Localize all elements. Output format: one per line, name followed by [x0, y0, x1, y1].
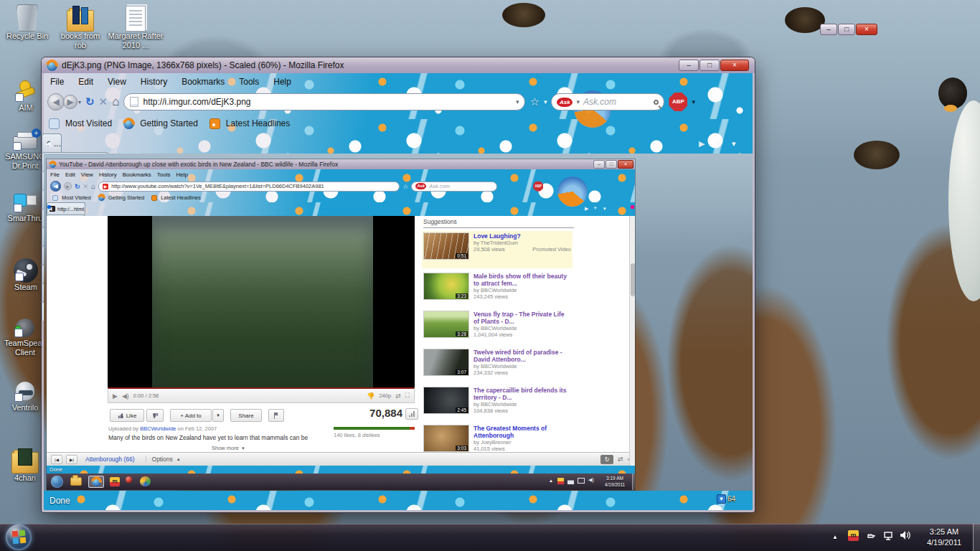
inner-scrollbar — [629, 216, 635, 466]
dejk3-image[interactable]: YouTube - David Attenborough up close wi… — [47, 159, 635, 490]
tray-volume-icon[interactable] — [900, 530, 911, 540]
add-to-button: + Add to — [170, 409, 212, 422]
url-text: http://i.imgur.com/dEjK3.png — [143, 97, 511, 107]
icon-label: Steam — [6, 283, 46, 292]
most-visited-icon — [49, 118, 60, 129]
tray-hidden-icons-arrow[interactable]: ▲ — [832, 534, 838, 540]
desktop-icon-ventrilo[interactable]: Ventrilo — [4, 382, 46, 413]
duration-badge: 3:07 — [456, 369, 468, 375]
window-titlebar[interactable]: dEjK3.png (PNG Image, 980x551 pixels) -… — [42, 57, 755, 73]
bookmark-star-icon[interactable]: ☆ — [529, 95, 539, 108]
bookmark-getting-started[interactable]: Getting Started — [140, 118, 198, 128]
windows-flag-blue — [13, 538, 19, 545]
suggestion-author: by JoeyBrenner — [473, 439, 571, 446]
video-player — [108, 216, 415, 387]
menu-view[interactable]: View — [105, 75, 129, 88]
recycle-bin-icon — [17, 4, 38, 32]
start-button[interactable] — [6, 524, 32, 550]
new-tab-icon[interactable]: + — [715, 137, 721, 149]
menu-bookmarks[interactable]: Bookmarks — [179, 75, 227, 88]
search-engine-caret-icon[interactable]: ▾ — [576, 98, 580, 105]
search-icon[interactable] — [654, 100, 659, 105]
quality-label: 240p — [379, 392, 391, 399]
inner-bookmark-star-icon: ☆ — [402, 183, 408, 190]
bookmark-caret-icon[interactable]: ▾ — [544, 98, 547, 105]
suggestion-link: Love Laughing? — [473, 232, 571, 240]
icon-label: SmarThru — [4, 214, 46, 223]
suggestion-author: by BBCWorldwide — [473, 401, 571, 408]
inner-tray-mirc-icon — [557, 478, 564, 484]
desktop-icon-margaret-rafter[interactable]: Margaret Rafter 2010 ... — [108, 3, 164, 50]
menu-file[interactable]: File — [47, 75, 67, 88]
tray-power-icon[interactable] — [867, 531, 877, 540]
maximize-button[interactable]: □ — [838, 24, 855, 35]
suggestion-link: Twelve wired bird of paradise - David At… — [473, 349, 571, 363]
desktop-icon-steam[interactable]: Steam — [6, 258, 46, 292]
stop-icon[interactable]: ✕ — [99, 95, 108, 108]
tray-mirc-icon[interactable]: m — [848, 530, 859, 541]
url-bar[interactable]: http://i.imgur.com/dEjK3.png ▾ — [123, 93, 525, 110]
inner-taskbar-mirc-icon: m — [110, 477, 120, 486]
ventrilo-icon — [13, 382, 37, 403]
player-time: 0:00 / 2:58 — [133, 392, 159, 399]
desktop-icon-samsung-drprint[interactable]: + SAMSUNG Dr.Print — [3, 131, 47, 171]
volume-icon: ◀) — [122, 392, 129, 400]
ask-logo-icon: Ask — [557, 98, 573, 107]
menu-help[interactable]: Help — [270, 75, 294, 88]
video-thumbnail: 3:07 — [423, 349, 469, 376]
tab-list-icon[interactable]: ▾ — [732, 139, 736, 149]
options-caret-icon: ▲ — [176, 457, 181, 461]
inner-tab: http:/...html — [47, 202, 85, 215]
inner-most-visited-icon — [52, 195, 58, 201]
suggestion-link: The Greatest Moments of Attenborough — [473, 425, 571, 439]
inner-tab-strip: ◀ http:/...html QWOP ▶YouTu...× *Yelp - … — [47, 202, 635, 216]
desktop-icon-aim[interactable]: AIM — [6, 80, 46, 113]
wallpaper-chick-head — [502, 3, 545, 27]
desktop-icon-smarthru[interactable]: SmarThru — [4, 192, 46, 223]
adblock-caret-icon[interactable]: ▾ — [692, 98, 695, 105]
minimize-button[interactable]: – — [820, 24, 837, 35]
menu-tools[interactable]: Tools — [236, 75, 262, 88]
adblock-plus-icon[interactable]: ABP — [669, 93, 687, 111]
adblock-count: 64 — [727, 495, 735, 503]
close-button[interactable]: × — [720, 60, 749, 71]
bookmarks-toolbar: Most Visited Getting Started Latest Head… — [49, 115, 290, 132]
home-icon[interactable]: ⌂ — [112, 95, 119, 109]
suggestion-views: 29,508 views — [473, 246, 505, 253]
nav-history-caret-icon[interactable]: ▾ — [78, 99, 81, 105]
show-desktop-button[interactable] — [973, 524, 980, 551]
inner-firefox-icon — [50, 161, 56, 168]
book-icon — [72, 6, 80, 24]
taskbar: m ▲ m 3:25 AM 4/19/2011 — [0, 524, 980, 551]
duration-badge: 3:23 — [456, 293, 468, 298]
icon-label: books from rob — [55, 32, 106, 50]
search-bar[interactable]: Ask ▾ Ask.com — [551, 93, 664, 110]
menu-edit[interactable]: Edit — [75, 75, 96, 88]
tray-network-icon[interactable] — [884, 531, 895, 540]
windows-flag-green — [19, 530, 26, 537]
wallpaper-chick-head — [785, 7, 825, 33]
desktop-icon-4chan[interactable]: 4chan — [4, 446, 46, 483]
desktop-icon-books-from-rob[interactable]: books from rob — [55, 3, 106, 50]
desktop-icon-recycle-bin[interactable]: Recycle Bin — [4, 4, 50, 41]
tray-clock[interactable]: 3:25 AM 4/19/2011 — [918, 527, 970, 548]
view-count: 70,884 — [332, 407, 402, 419]
bookmark-most-visited[interactable]: Most Visited — [65, 118, 112, 128]
close-button[interactable]: × — [856, 24, 877, 35]
inner-reload-icon: ↻ — [75, 183, 80, 190]
inner-tray-volume-icon: ◀) — [588, 477, 594, 483]
forward-button[interactable]: ▶ — [63, 95, 77, 109]
adblock-status[interactable]: ▼ 64 — [717, 494, 735, 504]
bookmark-latest-headlines[interactable]: Latest Headlines — [226, 118, 290, 128]
tab-scroll-left-icon[interactable]: ◀ — [45, 139, 51, 149]
shuffle-icon: ⇄ — [618, 456, 623, 463]
back-button[interactable]: ◀ — [47, 93, 65, 110]
desktop-icon-teamspeak[interactable]: TeamSpeak Client — [3, 317, 47, 357]
url-dropdown-icon[interactable]: ▾ — [516, 98, 519, 105]
maximize-button[interactable]: □ — [699, 60, 720, 71]
reload-icon[interactable]: ↻ — [85, 95, 95, 108]
tab-scroll-right-icon[interactable]: ▶ — [699, 139, 705, 149]
minimize-button[interactable]: – — [679, 60, 699, 71]
menu-history[interactable]: History — [138, 75, 170, 88]
inner-bookmark-most-visited: Most Visited — [62, 194, 91, 201]
